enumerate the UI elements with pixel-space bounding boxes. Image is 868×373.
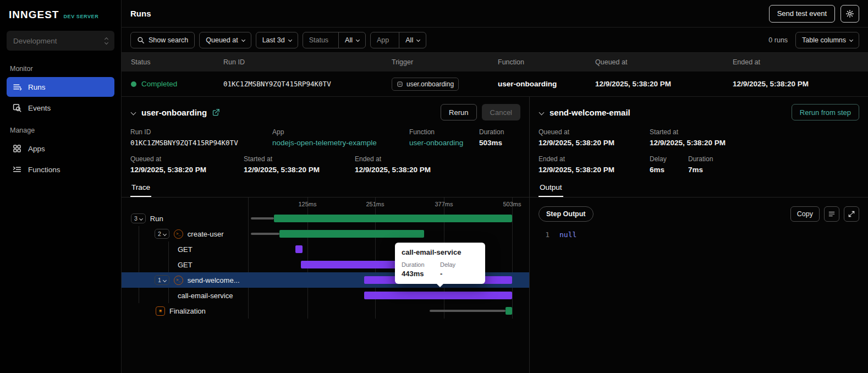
step-queued-at-field: Queued at 12/9/2025, 5:38:20 PM [539,128,650,147]
trigger-name: user.onboarding [406,80,454,88]
column-header-ended-at: Ended at [733,58,868,66]
tab-output[interactable]: Output [539,179,563,197]
wrap-lines-button[interactable] [824,206,839,222]
span-tooltip: call-email-service Duration Delay 443ms … [395,243,485,284]
runs-icon [12,82,22,92]
column-header-run-id: Run ID [223,58,392,66]
time-range-dropdown[interactable]: Last 3d [256,32,298,48]
dev-server-badge: DEV SERVER [63,14,98,19]
page-title: Runs [130,9,151,18]
search-icon [137,36,145,44]
rerun-button[interactable]: Rerun [441,104,476,120]
line-number: 1 [542,231,550,239]
column-header-trigger: Trigger [392,58,498,66]
app-filter[interactable]: App All [370,32,426,48]
span-bar[interactable] [506,307,512,315]
step-output-pill[interactable]: Step Output [539,206,594,222]
inngest-logo: INNGEST [9,9,59,21]
duration-field: Duration 503ms [479,128,504,147]
event-icon [397,81,403,87]
table-header: Status Run ID Trigger Function Queued at… [122,53,868,72]
monitor-section-label: Monitor [7,65,114,73]
trace-row-create-user[interactable]: 2 >_ create-user [122,226,529,242]
sidebar-item-label: Events [28,104,51,112]
step-duration-field: Duration 7ms [688,155,713,174]
topbar: Runs Send test event [122,0,868,28]
expand-button[interactable] [844,206,859,222]
collapse-run-panel-button[interactable] [130,109,136,116]
table-columns-dropdown[interactable]: Table columns [795,32,859,48]
app-filter-value: All [405,36,413,44]
trace-row-finalization[interactable]: ▣ Finalization [122,303,529,319]
span-bar[interactable] [364,292,512,299]
manage-section-label: Manage [7,127,114,134]
rerun-from-step-button[interactable]: Rerun from step [792,104,859,120]
column-header-queued-at: Queued at [595,58,733,66]
queued-at-field: Queued at 12/9/2025, 5:38:20 PM [130,155,244,174]
trace-row-run[interactable]: 3 Run [122,211,529,226]
chevron-down-icon [288,38,292,42]
step-panel: send-welcome-email Rerun from step Queue… [530,97,868,373]
queued-at-cell: 12/9/2025, 5:38:20 PM [595,80,733,88]
app-field: App nodejs-open-telemetry-example [272,128,409,147]
queue-bar[interactable] [251,233,279,235]
functions-icon [12,164,22,174]
status-dot-icon [131,81,136,87]
function-link[interactable]: user-onboarding [409,139,479,147]
sidebar: INNGEST DEV SERVER Development Monitor R… [0,0,122,373]
environment-selector-value: Development [13,37,57,45]
span-bar[interactable] [274,215,512,222]
status-filter-value: All [345,36,353,44]
sidebar-item-functions[interactable]: Functions [7,160,114,179]
span-bar[interactable] [301,261,398,268]
queue-bar[interactable] [251,217,274,220]
step-ended-at-field: Ended at 12/9/2025, 5:38:20 PM [539,155,650,174]
column-header-status: Status [131,58,223,66]
runs-count: 0 runs [768,36,788,44]
chevron-down-icon [356,38,360,42]
trace-row-call-email-service[interactable]: call-email-service [122,288,529,303]
environment-selector[interactable]: Development [7,31,114,51]
external-link-icon[interactable] [212,108,220,117]
trigger-badge: user.onboarding [392,78,459,91]
ended-at-field: Ended at 12/9/2025, 5:38:20 PM [355,155,431,174]
sidebar-item-apps[interactable]: Apps [7,139,114,158]
chevron-down-icon [416,38,420,42]
show-search-button[interactable]: Show search [130,32,195,48]
sidebar-item-label: Runs [28,83,46,91]
send-test-event-button[interactable]: Send test event [769,5,835,23]
copy-button[interactable]: Copy [790,206,820,222]
output-value: null [559,231,576,239]
status-filter-label: Status [303,32,334,48]
collapse-step-panel-button[interactable] [539,109,545,116]
expand-icon [848,210,855,218]
function-cell: user-onboarding [498,80,595,88]
wrap-lines-icon [828,210,836,218]
collapse-badge[interactable]: 2 [155,229,169,239]
collapse-badge[interactable]: 1 [155,275,169,285]
output-area: Step Output Copy 1 null [530,198,868,373]
span-bar[interactable] [279,230,424,238]
tooltip-title: call-email-service [402,248,479,256]
sidebar-item-events[interactable]: Events [7,98,114,118]
run-panel-title: user-onboarding [141,108,207,117]
span-bar[interactable] [295,245,303,253]
gear-icon [845,9,854,18]
sidebar-item-label: Functions [28,166,61,174]
run-table-row[interactable]: Completed 01KC1ZMSBNY9ZQT415RP94K0TV use… [122,72,868,97]
collapse-badge[interactable]: 3 [131,213,146,223]
apps-icon [12,144,22,153]
sidebar-item-runs[interactable]: Runs [7,77,114,97]
step-run-icon: >_ [174,229,183,239]
status-filter[interactable]: Status All [303,32,366,48]
queued-at-dropdown[interactable]: Queued at [199,32,251,48]
queue-bar[interactable] [430,310,506,312]
step-started-at-field: Started at 12/9/2025, 5:38:20 PM [650,128,726,147]
app-link[interactable]: nodejs-open-telemetry-example [272,139,409,147]
chevron-down-icon [849,38,853,42]
cancel-button[interactable]: Cancel [482,104,520,120]
settings-button[interactable] [840,5,859,23]
chevron-down-icon [241,38,245,42]
run-panel: user-onboarding Rerun Cancel Run ID 01KC… [122,97,530,373]
tab-trace[interactable]: Trace [130,179,151,197]
